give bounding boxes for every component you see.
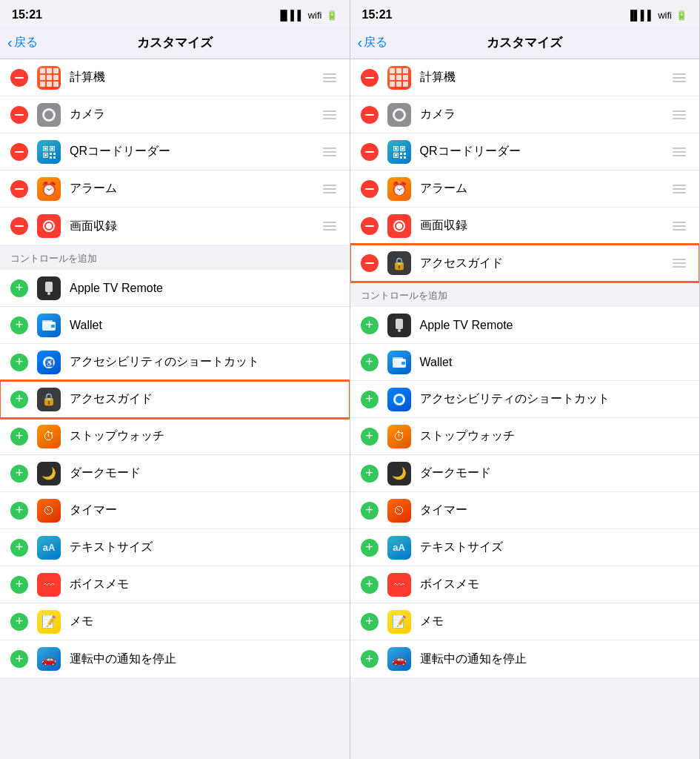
- add-btn[interactable]: [361, 428, 379, 445]
- svg-rect-11: [50, 156, 52, 159]
- item-label: アクセシビリティのショートカット: [70, 354, 339, 370]
- remove-btn[interactable]: [361, 106, 379, 124]
- drag-handle[interactable]: [670, 182, 689, 196]
- remove-btn[interactable]: [361, 180, 379, 198]
- back-button-left[interactable]: ‹ 戻る: [7, 34, 38, 51]
- left-panel: 15:21 ▐▌▌▌ wifi 🔋 ‹ 戻る カスタマイズ: [0, 0, 350, 759]
- list-item[interactable]: 〰 ボイスメモ: [0, 566, 350, 603]
- drag-handle[interactable]: [670, 145, 689, 159]
- drag-handle[interactable]: [320, 219, 339, 233]
- list-item[interactable]: 🚗 運転中の通知を停止: [350, 640, 700, 677]
- remove-btn[interactable]: [361, 143, 379, 161]
- list-item[interactable]: ⏰ アラーム: [0, 170, 350, 208]
- list-item[interactable]: ⏱ ストップウォッチ: [350, 418, 700, 455]
- remove-btn[interactable]: [361, 217, 379, 235]
- list-item[interactable]: カメラ: [0, 96, 350, 133]
- list-item[interactable]: QRコードリーダー: [0, 133, 350, 170]
- list-item[interactable]: ⏱ ストップウォッチ: [0, 418, 350, 455]
- section-header-right: コントロールを追加: [350, 282, 700, 307]
- list-item[interactable]: 📝 メモ: [350, 603, 700, 640]
- drag-handle[interactable]: [320, 145, 339, 159]
- list-item[interactable]: Wallet: [0, 307, 350, 344]
- qr-icon: [37, 140, 61, 164]
- qr-icon: [387, 140, 411, 164]
- add-btn[interactable]: [10, 354, 28, 371]
- remove-btn[interactable]: [10, 180, 28, 198]
- list-item-access-guide-left[interactable]: 🔒 アクセスガイド: [0, 381, 350, 418]
- remove-btn-access-guide[interactable]: [361, 254, 379, 272]
- item-label: Apple TV Remote: [70, 282, 339, 295]
- list-item[interactable]: Apple TV Remote: [0, 270, 350, 307]
- item-label: アラーム: [420, 181, 670, 196]
- list-item[interactable]: Wallet: [350, 344, 700, 381]
- add-btn[interactable]: [361, 613, 379, 631]
- list-item[interactable]: 🌙 ダークモード: [0, 455, 350, 492]
- add-btn-access-guide[interactable]: [10, 391, 28, 408]
- list-item[interactable]: アクセシビリティのショートカット: [350, 381, 700, 418]
- add-btn[interactable]: [10, 465, 28, 483]
- back-label-right: 戻る: [364, 35, 387, 50]
- list-item[interactable]: 📝 メモ: [0, 603, 350, 640]
- memo-icon: 📝: [37, 610, 61, 634]
- add-btn[interactable]: [361, 391, 379, 408]
- list-item[interactable]: 画面収録: [350, 208, 700, 245]
- add-btn[interactable]: [10, 613, 28, 631]
- item-label: アクセスガイド: [420, 256, 670, 271]
- list-item[interactable]: 🌙 ダークモード: [350, 455, 700, 492]
- alarm-icon: ⏰: [387, 177, 411, 201]
- item-label: 運転中の通知を停止: [70, 652, 339, 667]
- list-item[interactable]: QRコードリーダー: [350, 133, 700, 170]
- add-btn[interactable]: [361, 502, 379, 520]
- back-button-right[interactable]: ‹ 戻る: [358, 34, 388, 51]
- add-btn[interactable]: [361, 465, 379, 483]
- list-item[interactable]: カメラ: [350, 96, 700, 133]
- list-item[interactable]: ⏲ タイマー: [0, 492, 350, 529]
- remove-btn[interactable]: [361, 69, 379, 87]
- add-btn[interactable]: [10, 279, 28, 297]
- list-item[interactable]: 計算機: [350, 59, 700, 96]
- item-label: ボイスメモ: [70, 577, 339, 592]
- add-btn[interactable]: [10, 650, 28, 668]
- remove-btn[interactable]: [10, 217, 28, 235]
- record-icon: [37, 214, 61, 238]
- drag-handle[interactable]: [670, 107, 689, 122]
- add-btn[interactable]: [10, 428, 28, 445]
- add-section-right: Apple TV Remote Wallet: [350, 307, 700, 677]
- drag-handle[interactable]: [670, 219, 689, 233]
- item-label: カメラ: [420, 107, 670, 122]
- list-item[interactable]: Apple TV Remote: [350, 307, 700, 344]
- list-item[interactable]: ⏲ タイマー: [350, 492, 700, 529]
- list-item[interactable]: 〰 ボイスメモ: [350, 566, 700, 603]
- add-btn[interactable]: [361, 576, 379, 594]
- list-item[interactable]: aA テキストサイズ: [350, 529, 700, 566]
- add-btn[interactable]: [361, 650, 379, 668]
- list-item-access-guide-right[interactable]: 🔒 アクセスガイド: [350, 245, 700, 282]
- list-item[interactable]: aA テキストサイズ: [0, 529, 350, 566]
- add-btn[interactable]: [10, 539, 28, 557]
- remove-btn[interactable]: [10, 106, 28, 124]
- list-item[interactable]: ⏰ アラーム: [350, 170, 700, 208]
- remove-btn[interactable]: [10, 143, 28, 161]
- wifi-icon: wifi: [308, 10, 322, 21]
- add-btn[interactable]: [10, 576, 28, 594]
- stopwatch-icon: ⏱: [37, 425, 61, 448]
- list-item[interactable]: 画面収録: [0, 208, 350, 245]
- drag-handle[interactable]: [320, 70, 339, 85]
- add-btn[interactable]: [361, 354, 379, 371]
- drag-handle[interactable]: [670, 70, 689, 85]
- list-item[interactable]: 計算機: [0, 59, 350, 96]
- add-btn[interactable]: [10, 502, 28, 520]
- add-btn[interactable]: [10, 316, 28, 334]
- svg-rect-29: [401, 148, 404, 150]
- chevron-icon-right: ‹: [358, 34, 363, 51]
- drag-handle[interactable]: [320, 107, 339, 122]
- drag-handle[interactable]: [670, 256, 689, 271]
- remove-btn[interactable]: [10, 69, 28, 87]
- add-btn[interactable]: [361, 539, 379, 557]
- svg-point-38: [396, 223, 402, 229]
- list-item[interactable]: ♿ アクセシビリティのショートカット: [0, 344, 350, 381]
- drag-handle[interactable]: [320, 182, 339, 196]
- add-btn[interactable]: [361, 316, 379, 334]
- list-item[interactable]: 🚗 運転中の通知を停止: [0, 640, 350, 677]
- svg-rect-32: [395, 154, 397, 156]
